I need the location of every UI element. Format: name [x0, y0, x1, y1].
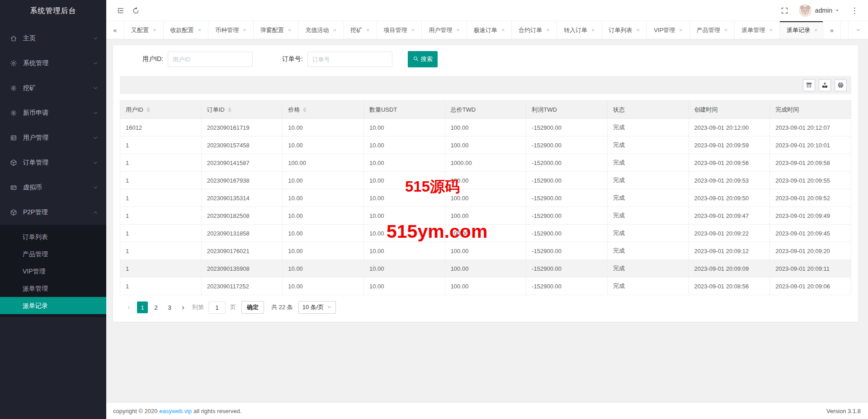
table-cell: 完成 [607, 189, 689, 207]
tabs-scroll-right[interactable]: » [823, 21, 841, 39]
table-cell: 2023-09-01 20:10:01 [770, 137, 851, 154]
sort-icon[interactable] [146, 108, 150, 112]
column-header[interactable]: 用户ID [120, 101, 202, 119]
tabs-scroll-left[interactable]: « [106, 21, 124, 39]
tab[interactable]: 产品管理× [690, 21, 735, 39]
export-button[interactable] [819, 79, 831, 91]
confirm-page-button[interactable]: 确定 [241, 301, 264, 314]
sidebar-item-system[interactable]: 系统管理 [0, 51, 106, 75]
tab-label: 收款配置 [170, 26, 194, 34]
sidebar-item-newcoin[interactable]: 新币申请 [0, 100, 106, 125]
column-header: 数量USDT [363, 101, 445, 119]
page-size-select[interactable]: 10 条/页 [298, 301, 336, 314]
close-tab-icon[interactable]: × [243, 27, 246, 33]
tab[interactable]: 收款配置× [164, 21, 209, 39]
tab[interactable]: 币种管理× [208, 21, 254, 39]
collapse-sidebar-icon[interactable] [113, 3, 128, 18]
fullscreen-icon[interactable] [777, 3, 793, 18]
goto-page-input[interactable] [208, 301, 226, 314]
sort-icon[interactable] [228, 108, 231, 112]
tab[interactable]: 转入订单× [557, 21, 602, 39]
table-cell: 2023-09-01 20:08:56 [689, 278, 770, 295]
search-button[interactable]: 搜索 [408, 51, 438, 67]
column-header-label: 数量USDT [369, 106, 397, 114]
sidebar-item-vcoin[interactable]: 虚拟币 [0, 175, 106, 200]
close-tab-icon[interactable]: × [546, 27, 550, 33]
close-tab-icon[interactable]: × [814, 27, 818, 33]
chevron-down-icon [93, 110, 98, 116]
tab[interactable]: 又配置× [124, 21, 164, 39]
tab-label: VIP管理 [654, 26, 675, 34]
table-cell: 2023-09-01 20:09:53 [689, 172, 770, 189]
close-tab-icon[interactable]: × [501, 27, 505, 33]
close-tab-icon[interactable]: × [724, 27, 728, 33]
table-cell: -152900.00 [526, 189, 608, 207]
sidebar-subitem[interactable]: 产品管理 [0, 245, 106, 263]
page-number-button[interactable]: 3 [164, 301, 175, 313]
table-cell: 2023-09-01 20:09:49 [770, 207, 851, 225]
close-tab-icon[interactable]: × [769, 27, 773, 33]
sidebar-item-p2p[interactable]: P2P管理 [0, 200, 106, 225]
tab[interactable]: VIP管理× [647, 21, 690, 39]
tab[interactable]: 合约订单× [512, 21, 557, 39]
sidebar-item-users[interactable]: 用户管理 [0, 125, 106, 150]
next-page-button[interactable]: › [178, 301, 189, 313]
table-cell: 2023-09-01 20:09:50 [689, 189, 770, 207]
footer-link[interactable]: easyweb.vip [159, 408, 192, 414]
tab[interactable]: 项目管理× [377, 21, 422, 39]
tab-label: 弹窗配置 [260, 26, 284, 34]
more-menu-icon[interactable]: ⋮ [850, 6, 859, 15]
table-cell: 完成 [607, 119, 689, 137]
tab-operations-dropdown[interactable] [848, 21, 868, 39]
close-tab-icon[interactable]: × [637, 27, 640, 33]
table-cell: 10.00 [363, 172, 445, 189]
order-no-input[interactable] [307, 52, 392, 67]
tab[interactable]: 充值活动× [298, 21, 344, 39]
column-header[interactable]: 订单ID [201, 101, 283, 119]
table-cell: -152000.00 [526, 154, 608, 172]
tab[interactable]: 用户管理× [422, 21, 467, 39]
close-tab-icon[interactable]: × [456, 27, 460, 33]
close-tab-icon[interactable]: × [411, 27, 415, 33]
close-tab-icon[interactable]: × [153, 27, 156, 33]
close-tab-icon[interactable]: × [366, 27, 370, 33]
tab[interactable]: 挖矿× [344, 21, 377, 39]
close-tab-icon[interactable]: × [288, 27, 292, 33]
close-tab-icon[interactable]: × [679, 27, 683, 33]
close-tab-icon[interactable]: × [591, 27, 595, 33]
close-tab-icon[interactable]: × [198, 27, 202, 33]
topbar-right: admin ⋮ [777, 3, 859, 18]
sidebar-item-orders[interactable]: 订单管理 [0, 150, 106, 175]
sidebar-submenu: 订单列表产品管理VIP管理派单管理派单记录 [0, 225, 106, 317]
tab-label: 订单列表 [609, 26, 632, 34]
sort-icon[interactable] [303, 108, 307, 112]
page-number-button[interactable]: 2 [151, 301, 161, 313]
tab[interactable]: 派单管理× [735, 21, 780, 39]
prev-page-button[interactable]: ‹ [123, 301, 134, 313]
page-number-button[interactable]: 1 [137, 301, 148, 313]
tab[interactable]: 极速订单× [467, 21, 512, 39]
close-tab-icon[interactable]: × [333, 27, 336, 33]
avatar[interactable] [799, 4, 811, 17]
vcoin-icon [10, 184, 17, 191]
tab[interactable]: 弹窗配置× [254, 21, 299, 39]
sidebar-item-home[interactable]: 主页 [0, 26, 106, 51]
sidebar-item-mining[interactable]: 挖矿 [0, 75, 106, 100]
user-menu[interactable]: admin [815, 7, 840, 14]
column-header[interactable]: 价格 [283, 101, 364, 119]
refresh-icon[interactable] [128, 3, 143, 18]
print-button[interactable] [835, 79, 847, 91]
user-id-input[interactable] [168, 52, 253, 67]
table-cell: 2023090167938 [201, 172, 283, 189]
sidebar-subitem[interactable]: 派单管理 [0, 280, 106, 297]
table-cell: 2023-09-01 20:09:06 [770, 278, 851, 295]
sidebar-subitem[interactable]: 派单记录 [0, 297, 106, 314]
columns-button[interactable] [803, 79, 815, 91]
tab[interactable]: 派单记录× [780, 21, 823, 39]
table-cell: 2023-09-01 20:09:11 [770, 260, 851, 278]
page-unit-label: 页 [230, 303, 236, 311]
tab[interactable]: 订单列表× [602, 21, 647, 39]
table-cell: -152900.00 [526, 278, 608, 295]
sidebar-subitem[interactable]: 订单列表 [0, 228, 106, 245]
sidebar-subitem[interactable]: VIP管理 [0, 263, 106, 280]
